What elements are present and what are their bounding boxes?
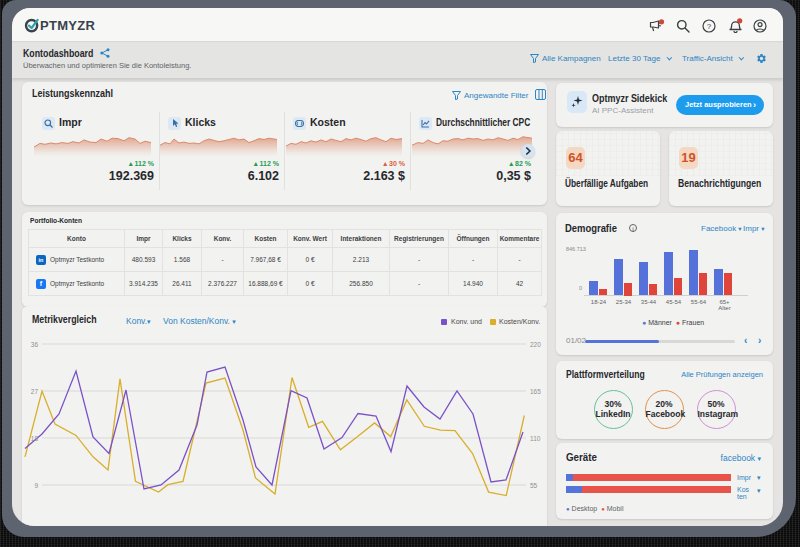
svg-text:110: 110 [530, 435, 541, 442]
svg-text:55: 55 [530, 482, 538, 489]
svg-text:18: 18 [31, 435, 39, 442]
svg-text:9: 9 [34, 482, 38, 489]
svg-text:36: 36 [31, 341, 39, 348]
svg-text:220: 220 [530, 341, 541, 348]
svg-text:27: 27 [31, 388, 39, 395]
svg-text:165: 165 [530, 388, 541, 395]
svg-text:?: ? [707, 22, 712, 31]
